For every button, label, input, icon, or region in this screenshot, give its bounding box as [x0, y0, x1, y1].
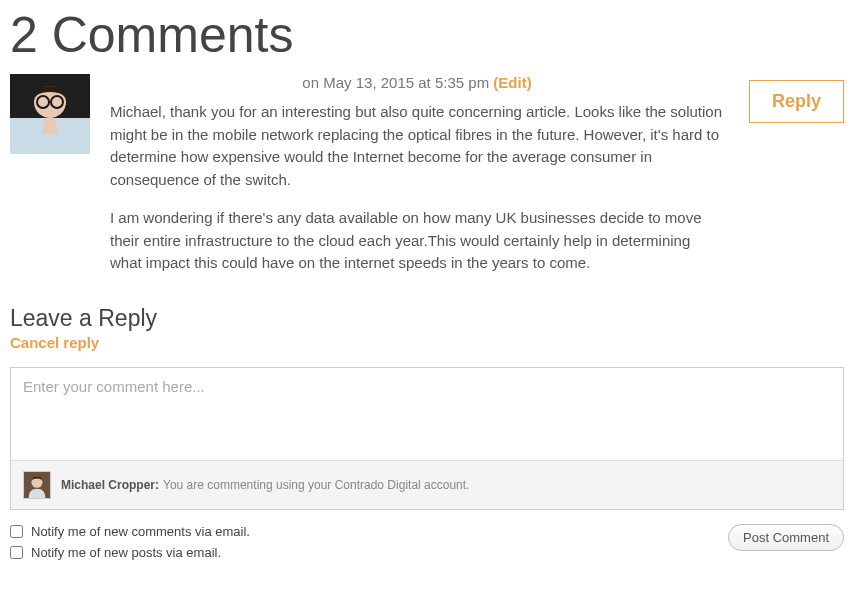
comment-paragraph: I am wondering if there's any data avail… — [110, 207, 724, 275]
identity-username: Michael Cropper: — [61, 478, 159, 492]
post-comment-button[interactable]: Post Comment — [728, 524, 844, 551]
comment-textarea[interactable] — [11, 368, 843, 456]
identity-text: You are commenting using your Contrado D… — [163, 478, 469, 492]
edit-link[interactable]: (Edit) — [493, 74, 531, 91]
notify-comments-row[interactable]: Notify me of new comments via email. — [10, 524, 250, 539]
notify-posts-label: Notify me of new posts via email. — [31, 545, 221, 560]
cancel-reply-link[interactable]: Cancel reply — [10, 334, 99, 351]
reply-button[interactable]: Reply — [749, 80, 844, 123]
comment-meta: on May 13, 2015 at 5:35 pm (Edit) — [110, 74, 724, 91]
comment: Reply on May 13, 2015 at 5:35 pm (Edit) … — [10, 74, 844, 275]
notify-comments-checkbox[interactable] — [10, 525, 23, 538]
notify-posts-checkbox[interactable] — [10, 546, 23, 559]
comment-form: Michael Cropper: You are commenting usin… — [10, 367, 844, 510]
comments-title: 2 Comments — [10, 6, 844, 64]
commenter-avatar — [10, 74, 90, 154]
leave-reply-heading: Leave a Reply — [10, 305, 844, 332]
comment-date: May 13, 2015 at 5:35 pm — [323, 74, 489, 91]
comment-paragraph: Michael, thank you for an interesting bu… — [110, 101, 724, 191]
notification-options: Notify me of new comments via email. Not… — [10, 524, 250, 566]
identity-bar: Michael Cropper: You are commenting usin… — [11, 460, 843, 509]
user-avatar — [23, 471, 51, 499]
form-footer: Notify me of new comments via email. Not… — [10, 524, 844, 566]
meta-prefix: on — [302, 74, 323, 91]
notify-posts-row[interactable]: Notify me of new posts via email. — [10, 545, 250, 560]
notify-comments-label: Notify me of new comments via email. — [31, 524, 250, 539]
comment-body: on May 13, 2015 at 5:35 pm (Edit) Michae… — [110, 74, 844, 275]
